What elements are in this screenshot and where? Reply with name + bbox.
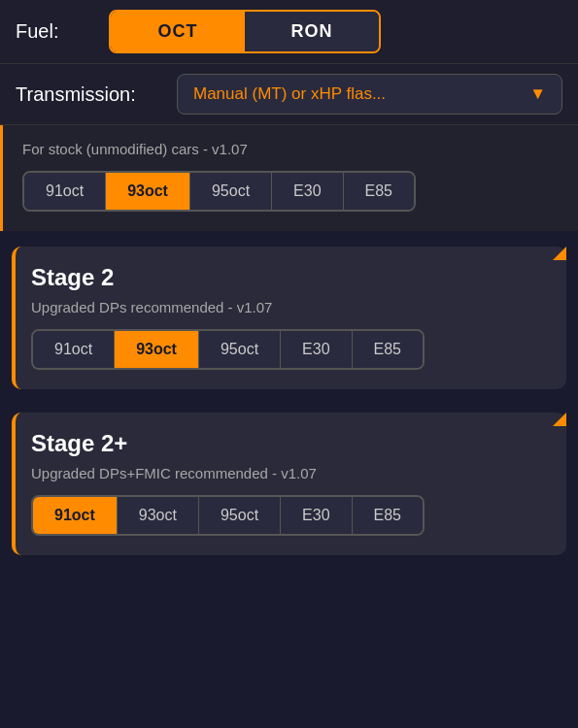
divider-1 [0,231,578,239]
stage2-section: Stage 2 Upgraded DPs recommended - v1.07… [12,247,566,389]
stage2-title: Stage 2 [31,264,114,291]
stage2plus-95oct-button[interactable]: 95oct [199,497,281,534]
fuel-selector-bar: Fuel: OCT RON [0,0,578,64]
transmission-dropdown[interactable]: Manual (MT) or xHP flas... ▼ [177,74,562,115]
stock-description: For stock (unmodified) cars - v1.07 [22,141,562,157]
stage2-fuel-options: 91oct 93oct 95oct E30 E85 [31,329,425,370]
stage2plus-section: Stage 2+ Upgraded DPs+FMIC recommended -… [12,413,566,555]
stage2-corner-arrow [553,247,566,260]
stage2-95oct-button[interactable]: 95oct [199,331,281,368]
stage2plus-e30-button[interactable]: E30 [281,497,352,534]
fuel-label: Fuel: [16,20,93,43]
transmission-value: Manual (MT) or xHP flas... [193,84,386,104]
stock-95oct-button[interactable]: 95oct [190,173,272,210]
stage2plus-description: Upgraded DPs+FMIC recommended - v1.07 [31,465,551,481]
stage2plus-93oct-button[interactable]: 93oct [118,497,199,534]
fuel-toggle: OCT RON [109,10,381,53]
divider-2 [0,397,578,405]
stage2plus-corner-arrow [553,413,566,426]
fuel-ron-button[interactable]: RON [245,12,379,51]
stock-e85-button[interactable]: E85 [344,173,414,210]
stock-section: For stock (unmodified) cars - v1.07 91oc… [0,125,578,231]
stage2-93oct-button[interactable]: 93oct [115,331,199,368]
fuel-oct-button[interactable]: OCT [111,12,245,51]
stage2-header: Stage 2 [31,264,551,291]
stage2plus-fuel-options: 91oct 93oct 95oct E30 E85 [31,495,425,536]
stage2-e30-button[interactable]: E30 [281,331,352,368]
chevron-down-icon: ▼ [529,84,546,104]
stage2plus-e85-button[interactable]: E85 [353,497,423,534]
stage2-e85-button[interactable]: E85 [353,331,423,368]
transmission-bar: Transmission: Manual (MT) or xHP flas...… [0,64,578,125]
stage2plus-title: Stage 2+ [31,430,127,457]
stock-93oct-button[interactable]: 93oct [106,173,190,210]
transmission-label: Transmission: [16,83,161,106]
stage2-description: Upgraded DPs recommended - v1.07 [31,299,551,315]
stock-fuel-options: 91oct 93oct 95oct E30 E85 [22,171,416,212]
stock-91oct-button[interactable]: 91oct [24,173,106,210]
stage2plus-header: Stage 2+ [31,430,551,457]
stage2plus-91oct-button[interactable]: 91oct [33,497,118,534]
stage2-91oct-button[interactable]: 91oct [33,331,115,368]
stock-e30-button[interactable]: E30 [272,173,343,210]
